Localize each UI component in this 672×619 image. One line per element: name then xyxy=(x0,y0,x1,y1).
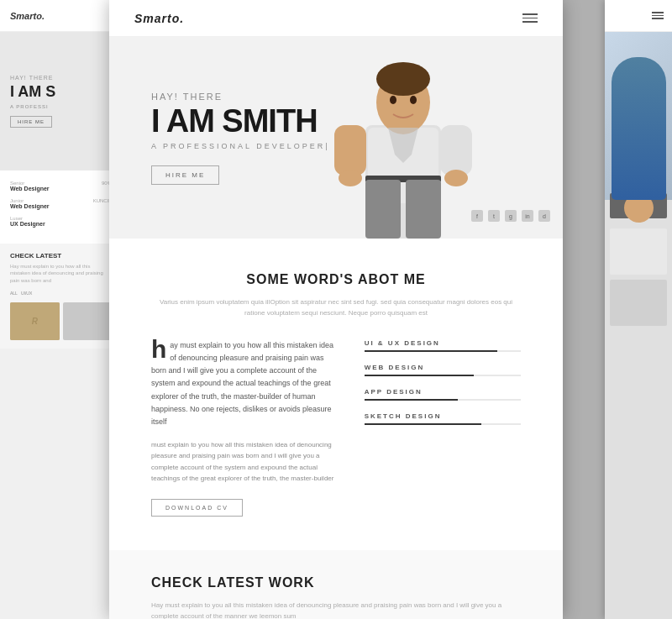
right-person-figure xyxy=(612,57,666,200)
right-content xyxy=(605,223,672,331)
hamburger-line xyxy=(652,12,664,13)
skill-bar-fill xyxy=(365,399,459,401)
skill-label: APP DESIGN xyxy=(365,388,521,396)
left-work-grid: R xyxy=(10,302,112,340)
about-section-title: SOME WORD'S ABOT ME xyxy=(151,272,521,287)
hero-name-prefix: I AM xyxy=(151,103,222,139)
left-resume-section: Senior 90% Web Designer Junior KUNCIF We… xyxy=(0,170,122,244)
left-hire-btn[interactable]: HIRE ME xyxy=(10,116,52,128)
download-cv-button[interactable]: DOWNLOAD CV xyxy=(151,499,243,517)
about-left-col: hay must explain to you how all this mis… xyxy=(151,339,339,517)
skill-bar-fill xyxy=(365,350,497,352)
portfolio-section-desc: Hay must explain to you all this mistake… xyxy=(151,601,521,619)
hamburger-line-1 xyxy=(522,13,538,15)
hero-section: HAY! THERE I AM SMITH A PROFESSIONAL DEV… xyxy=(109,37,563,239)
skill-ui-ux: UI & UX DESIGN xyxy=(365,339,521,352)
bag-shape: R xyxy=(10,302,60,340)
left-work-filters: ALL UI/UX xyxy=(10,291,112,296)
linkedin-icon[interactable]: in xyxy=(522,210,533,222)
list-item: Luser UX Designer xyxy=(10,216,112,227)
right-partial-page xyxy=(605,0,672,619)
resume-title: Web Designer xyxy=(10,186,112,191)
about-right-col: UI & UX DESIGN WEB DESIGN APP DESIGN xyxy=(365,339,521,517)
hamburger-line-2 xyxy=(522,18,538,19)
nav-brand: Smarto. xyxy=(134,12,184,25)
left-work-desc: Hay must explain to you how all this mis… xyxy=(10,263,112,284)
resume-title: UX Designer xyxy=(10,221,112,227)
list-item: Junior KUNCIF Web Designer xyxy=(10,198,112,209)
hamburger-line-3 xyxy=(522,21,538,23)
left-profession: A PROFESSI xyxy=(10,104,49,109)
skill-bar-fill xyxy=(365,423,482,425)
about-content-area: hay must explain to you how all this mis… xyxy=(151,339,521,517)
googleplus-icon[interactable]: g xyxy=(505,210,517,222)
skill-bar-bg xyxy=(365,423,521,425)
facebook-icon[interactable]: f xyxy=(471,210,483,222)
skill-app: APP DESIGN xyxy=(365,388,521,401)
hero-name: I AM SMITH xyxy=(151,105,521,137)
skill-sketch: SKETCH DESIGN xyxy=(365,412,521,425)
svg-rect-11 xyxy=(365,180,401,239)
svg-rect-12 xyxy=(406,180,441,239)
about-section-subtitle: Varius enim ipsum voluptatem quia illOpt… xyxy=(151,297,521,319)
hire-me-button[interactable]: HIRE ME xyxy=(151,165,219,185)
right-thumb-1 xyxy=(610,228,667,275)
about-section: SOME WORD'S ABOT ME Varius enim ipsum vo… xyxy=(109,239,563,550)
resume-title: Web Designer xyxy=(10,203,112,209)
hero-profession-text: A PROFESSIONAL DEVELOPER| xyxy=(151,142,521,150)
left-hero: HAY! THERE I AM S A PROFESSI HIRE ME xyxy=(0,32,122,170)
skill-bar-bg xyxy=(365,350,521,352)
left-thumb-2 xyxy=(63,302,113,340)
hero-name-main: SMITH xyxy=(222,103,317,139)
skill-label: WEB DESIGN xyxy=(365,364,521,371)
hamburger-line xyxy=(652,18,664,19)
bag-thumb: R xyxy=(10,302,60,340)
hero-hay-text: HAY! THERE xyxy=(151,92,521,102)
skill-web: WEB DESIGN xyxy=(365,364,521,376)
filter-all[interactable]: ALL xyxy=(10,291,18,296)
twitter-icon[interactable]: t xyxy=(488,210,500,222)
list-item: Senior 90% Web Designer xyxy=(10,181,112,191)
portfolio-section: CHECK LATEST WORK Hay must explain to yo… xyxy=(109,550,563,619)
bag-label: R xyxy=(32,317,38,326)
right-thumb-2 xyxy=(610,280,667,326)
left-thumb-1: R xyxy=(10,302,60,340)
about-body-text: must explain to you how all this mistake… xyxy=(151,439,339,485)
skill-bar-bg xyxy=(365,399,521,401)
main-navigation: Smarto. xyxy=(109,0,563,37)
dribbble-icon[interactable]: d xyxy=(538,210,550,222)
left-hay: HAY! THERE xyxy=(10,75,53,81)
skill-label: SKETCH DESIGN xyxy=(365,412,521,420)
left-partial-page: Smarto. HAY! THERE I AM S A PROFESSI HIR… xyxy=(0,0,122,619)
filter-ui[interactable]: UI/UX xyxy=(21,291,32,296)
left-work-section: CHECK LATEST Hay must explain to you how… xyxy=(0,244,122,349)
about-dropcap-text: hay must explain to you how all this mis… xyxy=(151,339,339,429)
hamburger-line xyxy=(652,15,664,17)
skill-bar-bg xyxy=(365,375,521,376)
left-name: I AM S xyxy=(10,84,55,101)
skill-bar-fill xyxy=(365,375,474,376)
left-nav: Smarto. xyxy=(0,0,122,32)
right-hero-image xyxy=(605,32,672,200)
main-page: Smarto. HAY! THERE I AM SMITH A PROFESSI… xyxy=(109,0,563,619)
left-work-title: CHECK LATEST xyxy=(10,252,112,260)
right-nav xyxy=(605,0,672,32)
skill-label: UI & UX DESIGN xyxy=(365,339,521,347)
hero-content: HAY! THERE I AM SMITH A PROFESSIONAL DEV… xyxy=(109,92,563,185)
social-icons-group: f t g in d xyxy=(471,210,550,222)
right-hamburger-icon[interactable] xyxy=(652,12,664,19)
nav-hamburger-icon[interactable] xyxy=(522,13,538,23)
portfolio-section-title: CHECK LATEST WORK xyxy=(151,575,521,590)
left-brand: Smarto. xyxy=(10,11,45,21)
